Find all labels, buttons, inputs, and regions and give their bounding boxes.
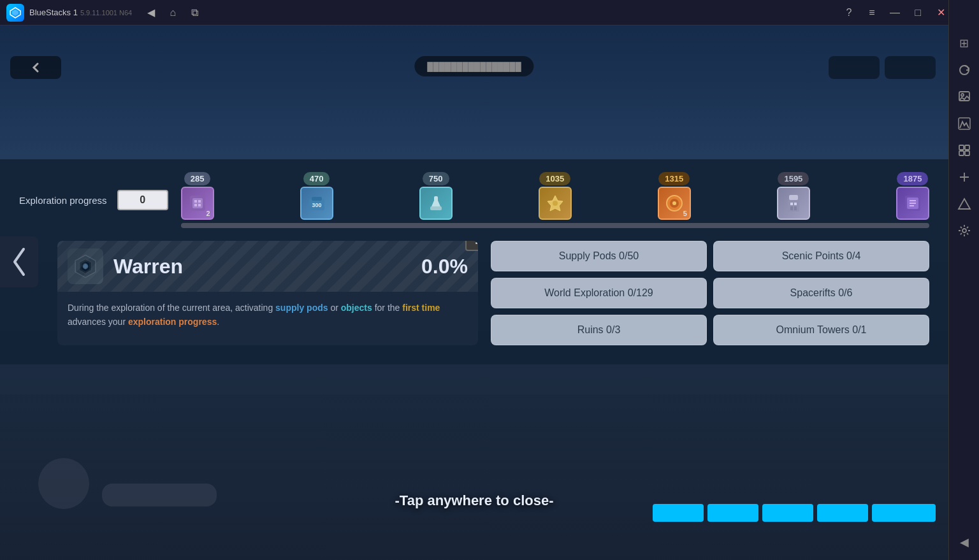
progress-input[interactable]: 0 [117,190,168,210]
sidebar-icon-2[interactable] [952,57,977,83]
sidebar-icon-8[interactable] [952,218,977,243]
milestone-1595: 1595 [777,172,810,220]
bottom-right-bars [653,504,936,522]
help-button[interactable]: ? [840,4,858,22]
highlight-exploration-progress: exploration progress [128,317,217,327]
top-right-buttons [829,56,936,79]
top-right-btn-2[interactable] [885,56,936,79]
milestone-icon-1875 [896,187,929,220]
milestone-icon-1035 [539,187,572,220]
stripe-background [57,241,478,292]
help-area-button[interactable]: ? [465,241,478,251]
nav-back-button[interactable]: ◀ [142,4,160,22]
prev-area-button[interactable] [0,236,38,287]
svg-rect-31 [794,203,797,205]
svg-rect-15 [198,200,201,203]
player-name-bar [102,484,217,506]
svg-rect-29 [788,200,799,212]
svg-rect-30 [790,203,793,205]
bar-3 [762,504,813,522]
milestone-285: 285 2 [181,172,214,220]
nav-clone-button[interactable]: ⧉ [185,4,203,22]
stat-world-exploration[interactable]: World Exploration 0/129 [491,278,707,308]
svg-rect-17 [198,204,201,206]
sidebar-icon-3[interactable] [952,84,977,110]
close-button[interactable]: ✕ [932,4,950,22]
stats-grid: Supply Pods 0/50 Scenic Points 0/4 World… [491,241,929,345]
sidebar-icon-7[interactable] [952,191,977,217]
svg-marker-1 [12,10,18,16]
highlight-first-time: first time [402,303,440,313]
menu-button[interactable]: ≡ [863,4,881,22]
top-right-btn-1[interactable] [829,56,880,79]
minimize-button[interactable]: — [886,4,904,22]
svg-rect-16 [194,204,197,206]
milestone-badge-750: 750 [423,172,449,185]
stat-spacerifts[interactable]: Spacerifts 0/6 [713,278,929,308]
svg-marker-10 [959,199,970,209]
svg-point-11 [962,229,966,233]
nav-home-button[interactable]: ⌂ [164,4,182,22]
milestone-icon-1315: 5 [658,187,691,220]
maximize-button[interactable]: □ [909,4,927,22]
svg-rect-9 [965,151,969,155]
sidebar-icon-5[interactable] [952,138,977,163]
bottom-area[interactable]: -Tap anywhere to close- [0,394,948,560]
bluestacks-logo [6,4,24,22]
svg-text:300: 300 [312,202,321,208]
content-area: Warren 0.0% ? During the exploration of … [19,241,929,345]
game-background[interactable]: ████████████████ Exploration progress 0 … [0,25,948,560]
svg-point-24 [553,201,558,206]
svg-rect-32 [790,206,793,210]
app-title: BlueStacks 1 [29,8,78,17]
bar-2 [707,504,758,522]
milestone-icon-470: 300 [300,187,333,220]
svg-point-4 [961,94,964,96]
area-card: Warren 0.0% ? During the exploration of … [57,241,478,345]
milestone-icon-285: 2 [181,187,214,220]
sidebar-icon-6[interactable] [952,164,977,190]
svg-rect-22 [430,206,442,210]
app-version: 5.9.11.1001 N64 [80,9,132,17]
milestone-1875: 1875 [896,172,929,220]
milestone-1035: 1035 [539,172,572,220]
player-avatar [38,458,89,509]
svg-rect-13 [192,198,203,208]
svg-point-27 [672,201,676,205]
bar-5 [872,504,936,522]
titlebar: BlueStacks 1 5.9.11.1001 N64 ◀ ⌂ ⧉ ? ≡ —… [0,0,979,25]
milestone-badge-1595: 1595 [778,172,809,185]
svg-rect-33 [794,206,797,210]
top-blur-area: ████████████████ [0,25,948,159]
sidebar-icon-4[interactable] [952,111,977,136]
sidebar-icon-1[interactable]: ⊞ [952,31,977,56]
milestone-icon-1595 [777,187,810,220]
svg-rect-8 [959,151,964,155]
stat-scenic-points[interactable]: Scenic Points 0/4 [713,241,929,271]
milestone-badge-285: 285 [184,172,211,185]
milestone-badge-1875: 1875 [897,172,928,185]
milestone-icon-750 [419,187,453,220]
milestone-1315: 1315 5 [658,172,691,220]
stat-omnium-towers[interactable]: Omnium Towers 0/1 [713,315,929,345]
top-left-button[interactable] [10,56,61,79]
sidebar-icon-back[interactable]: ◀ [952,529,977,555]
highlight-objects: objects [341,303,372,313]
top-center-button[interactable]: ████████████████ [414,56,533,76]
svg-rect-7 [965,145,969,150]
milestone-badge-470: 470 [303,172,330,185]
tap-to-close-text[interactable]: -Tap anywhere to close- [395,492,554,509]
right-sidebar: ⊞ [948,0,979,560]
milestone-750: 750 [419,172,453,220]
stat-ruins[interactable]: Ruins 0/3 [491,315,707,345]
svg-rect-28 [789,195,798,200]
bar-4 [817,504,868,522]
milestone-badge-1315: 1315 [658,172,690,185]
area-header: Warren 0.0% ? [57,241,478,292]
svg-rect-19 [312,197,322,201]
bar-1 [653,504,704,522]
svg-rect-6 [959,145,964,150]
stat-supply-pods[interactable]: Supply Pods 0/50 [491,241,707,271]
main-panel: Exploration progress 0 285 [0,159,948,364]
progress-label: Exploration progress [19,195,107,206]
